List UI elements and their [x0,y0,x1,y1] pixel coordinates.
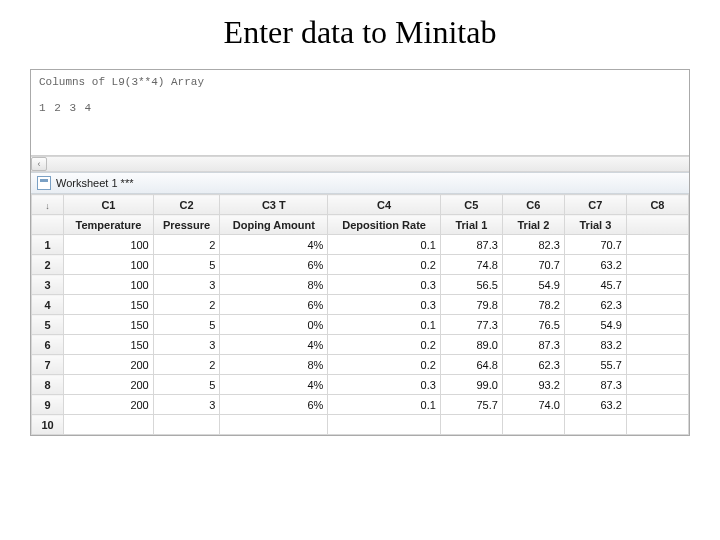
cell[interactable] [626,255,688,275]
cell[interactable]: 0.1 [328,395,441,415]
cell[interactable]: 4% [220,375,328,395]
cell[interactable]: 89.0 [440,335,502,355]
cell[interactable]: 5 [153,255,220,275]
cell[interactable]: 55.7 [564,355,626,375]
cell[interactable] [440,415,502,435]
cell[interactable]: 82.3 [502,235,564,255]
cell[interactable]: 45.7 [564,275,626,295]
cell[interactable]: 2 [153,355,220,375]
cell[interactable] [626,275,688,295]
row-header[interactable]: 1 [32,235,64,255]
cell[interactable]: 5 [153,315,220,335]
cell[interactable]: 3 [153,395,220,415]
column-header[interactable]: C1 [64,195,154,215]
column-header[interactable]: C4 [328,195,441,215]
column-name[interactable]: Trial 2 [502,215,564,235]
cell[interactable] [328,415,441,435]
cell[interactable]: 200 [64,375,154,395]
column-name[interactable]: Trial 3 [564,215,626,235]
column-name[interactable]: Trial 1 [440,215,502,235]
cell[interactable] [626,355,688,375]
cell[interactable]: 70.7 [564,235,626,255]
cell[interactable] [626,395,688,415]
cell[interactable]: 83.2 [564,335,626,355]
cell[interactable]: 150 [64,315,154,335]
row-header[interactable]: 7 [32,355,64,375]
row-header[interactable]: 6 [32,335,64,355]
cell[interactable]: 0.2 [328,355,441,375]
cell[interactable]: 100 [64,255,154,275]
cell[interactable]: 4% [220,235,328,255]
cell[interactable]: 0.3 [328,275,441,295]
row-header[interactable]: 9 [32,395,64,415]
cell[interactable]: 63.2 [564,395,626,415]
cell[interactable]: 54.9 [502,275,564,295]
cell[interactable]: 70.7 [502,255,564,275]
cell[interactable]: 6% [220,295,328,315]
cell[interactable]: 0.1 [328,315,441,335]
cell[interactable]: 99.0 [440,375,502,395]
cell[interactable]: 0.3 [328,375,441,395]
cell[interactable]: 56.5 [440,275,502,295]
cell[interactable]: 87.3 [502,335,564,355]
cell[interactable]: 5 [153,375,220,395]
cell[interactable]: 8% [220,355,328,375]
column-header[interactable]: C8 [626,195,688,215]
cell[interactable] [626,235,688,255]
column-name[interactable]: Doping Amount [220,215,328,235]
cell[interactable]: 62.3 [564,295,626,315]
cell[interactable]: 200 [64,395,154,415]
cell[interactable] [626,335,688,355]
cell[interactable] [626,415,688,435]
column-name[interactable]: Deposition Rate [328,215,441,235]
cell[interactable]: 0.3 [328,295,441,315]
cell[interactable]: 74.8 [440,255,502,275]
cell[interactable]: 100 [64,235,154,255]
cell[interactable]: 78.2 [502,295,564,315]
column-header[interactable]: C6 [502,195,564,215]
column-name[interactable]: Pressure [153,215,220,235]
column-header[interactable]: C2 [153,195,220,215]
cell[interactable] [626,315,688,335]
cell[interactable]: 0% [220,315,328,335]
cell[interactable] [64,415,154,435]
cell[interactable]: 62.3 [502,355,564,375]
row-header[interactable]: 3 [32,275,64,295]
column-header[interactable]: C3 T [220,195,328,215]
horizontal-scrollbar[interactable]: ‹ [31,156,689,172]
cell[interactable]: 100 [64,275,154,295]
row-header[interactable]: 2 [32,255,64,275]
cell[interactable]: 87.3 [564,375,626,395]
scroll-track[interactable] [47,157,689,171]
scroll-left-button[interactable]: ‹ [31,157,47,171]
cell[interactable] [626,295,688,315]
cell[interactable]: 6% [220,255,328,275]
cell[interactable]: 0.2 [328,255,441,275]
cell[interactable]: 74.0 [502,395,564,415]
cell[interactable]: 54.9 [564,315,626,335]
cell[interactable]: 0.1 [328,235,441,255]
cell[interactable]: 93.2 [502,375,564,395]
cell[interactable]: 6% [220,395,328,415]
cell[interactable]: 2 [153,295,220,315]
corner-cell[interactable]: ↓ [32,195,64,215]
column-header[interactable]: C5 [440,195,502,215]
column-name[interactable]: Temperature [64,215,154,235]
cell[interactable] [502,415,564,435]
row-header[interactable]: 5 [32,315,64,335]
cell[interactable]: 87.3 [440,235,502,255]
cell[interactable]: 0.2 [328,335,441,355]
cell[interactable]: 63.2 [564,255,626,275]
cell[interactable]: 150 [64,335,154,355]
column-name[interactable] [626,215,688,235]
cell[interactable]: 150 [64,295,154,315]
cell[interactable] [564,415,626,435]
cell[interactable]: 64.8 [440,355,502,375]
cell[interactable]: 76.5 [502,315,564,335]
cell[interactable] [220,415,328,435]
worksheet-grid[interactable]: ↓ C1 C2 C3 T C4 C5 C6 C7 C8 Temperature … [31,194,689,435]
cell[interactable]: 75.7 [440,395,502,415]
column-header[interactable]: C7 [564,195,626,215]
cell[interactable]: 2 [153,235,220,255]
cell[interactable] [153,415,220,435]
